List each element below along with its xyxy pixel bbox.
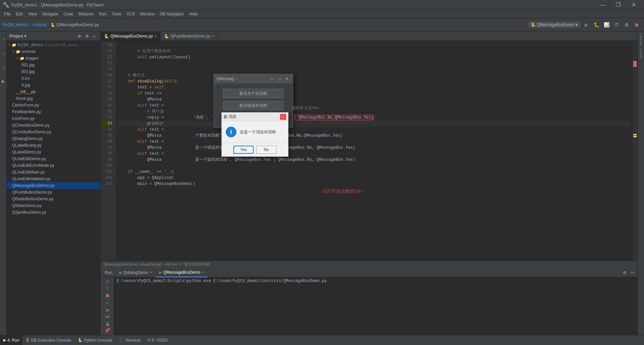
run-print-button[interactable]: 🖨 xyxy=(103,321,112,327)
list-item[interactable]: QRadioButtonDemo.py xyxy=(7,196,100,202)
menu-window[interactable]: Window xyxy=(138,11,157,17)
project-panel-buttons: ⊕ ⚙ — xyxy=(76,33,98,40)
tab-close-qpushbuttondemo[interactable]: ✕ xyxy=(212,34,214,38)
list-item[interactable]: QLineEditValidator.py xyxy=(7,176,100,182)
menu-edit[interactable]: Edit xyxy=(13,11,25,17)
list-item[interactable]: IconForm.py xyxy=(7,115,100,122)
menu-help[interactable]: Help xyxy=(186,11,200,17)
run-scroll-down-button[interactable]: ↓ xyxy=(103,299,112,305)
sidebar-project-icon[interactable]: P xyxy=(0,33,6,46)
list-item[interactable]: QLabelDemo.py xyxy=(7,149,100,155)
minimize-button[interactable]: — xyxy=(595,0,610,10)
code-line-88: if text == xyxy=(118,90,630,96)
run-stop-button[interactable]: ⏹ xyxy=(103,292,112,298)
bottom-tab-db-console[interactable]: 🗄 DB Execution Console xyxy=(22,335,74,345)
breadcrumb-project[interactable]: PyQt5_demo1 xyxy=(3,22,29,27)
list-item[interactable]: CenterForm.py xyxy=(7,102,100,109)
list-item[interactable]: horse.jpg xyxy=(7,95,100,102)
main-area: P S D 🔍 Project ▾ ⊕ ⚙ — ▼ 📁 PyQt5_demo1 … xyxy=(0,31,644,335)
run-tab-icon-1: ▶ xyxy=(119,270,122,275)
menu-view[interactable]: View xyxy=(25,11,40,17)
run-panel-tabs: Run: ▶ QdialogDemo ✕ ▶ QMessageBoxDemo ✕… xyxy=(101,268,637,277)
tab-close-qmessageboxdemo[interactable]: ✕ xyxy=(154,34,157,38)
list-item[interactable]: QPushButtonDemo.py xyxy=(7,189,100,196)
run-config-selector[interactable]: 🐍 QMessageBoxDemo ▾ xyxy=(528,22,580,28)
menu-refactor[interactable]: Refactor xyxy=(76,11,96,17)
code-line-82: self.setLayout(layout) xyxy=(118,54,630,60)
tree-images-folder[interactable]: ▼ 📁 images xyxy=(7,55,100,62)
code-line-92: reply = '消息', '这是一个消息对话框',QMessageBox.Ye… xyxy=(118,115,630,121)
run-scroll-up-button[interactable]: ↑ xyxy=(103,285,112,291)
run-with-coverage-button[interactable]: 📊 xyxy=(602,20,611,29)
list-item[interactable]: 3.ico xyxy=(7,75,100,82)
run-tab-close-2[interactable]: ✕ xyxy=(202,270,204,274)
menu-code[interactable]: Code xyxy=(61,11,76,17)
run-button[interactable]: ▶ xyxy=(582,20,591,29)
tab-qmessageboxdemo[interactable]: 🐍 QMessageBoxDemo.py ✕ xyxy=(101,32,161,41)
list-item[interactable]: 001.jpg xyxy=(7,62,100,68)
right-tool-sciview[interactable]: SciView xyxy=(638,47,644,60)
project-locate-button[interactable]: ⊕ xyxy=(76,33,83,40)
tree-root[interactable]: ▼ 📁 PyQt5_demo1 E:\code\PyQt5_demo1 xyxy=(7,42,100,48)
run-rerun-button[interactable]: ↺ xyxy=(103,279,112,285)
right-tool-database[interactable]: Database xyxy=(638,33,644,46)
list-item[interactable]: QComboBoxDemo.py xyxy=(7,129,100,135)
bottom-tab-todo[interactable]: ☑ 6: TODO xyxy=(144,335,171,345)
list-item[interactable]: __init__.py xyxy=(7,88,100,95)
menu-navigate[interactable]: Navigate xyxy=(40,11,61,17)
run-wrap-button[interactable]: ⏎ xyxy=(103,314,112,320)
right-gutter xyxy=(633,41,637,261)
project-settings-button[interactable]: ⚙ xyxy=(84,33,90,40)
code-line-95: QMessa个警告对话框',QMessageBox.Yes | QMessage… xyxy=(118,133,630,139)
list-item[interactable]: QLabelBuddy.py xyxy=(7,142,100,149)
tab-label: QMessageBoxDemo.py xyxy=(110,34,153,39)
concurrency-button[interactable]: ⚙ xyxy=(622,20,631,29)
menu-tools[interactable]: Tools xyxy=(109,11,124,17)
maximize-button[interactable]: ❐ xyxy=(610,0,626,10)
run-tab-qmessageboxdemo[interactable]: ▶ QMessageBoxDemo ✕ xyxy=(156,268,208,277)
sidebar-search-icon[interactable]: 🔍 xyxy=(0,75,6,88)
code-line-100 xyxy=(118,163,630,169)
menu-db-navigator[interactable]: DB Navigator xyxy=(157,11,186,17)
sidebar-db-browser-icon[interactable]: D xyxy=(0,61,6,74)
menu-vcs[interactable]: VCS xyxy=(124,11,138,17)
debug-button[interactable]: 🐛 xyxy=(592,20,601,29)
run-tab-close-1[interactable]: ✕ xyxy=(150,271,152,274)
tree-controls-folder[interactable]: ▼ 📁 controls xyxy=(7,48,100,55)
profile-button[interactable]: ⏱ xyxy=(612,20,621,29)
gutter-warning-marker xyxy=(633,134,637,135)
menu-run[interactable]: Run xyxy=(96,11,109,17)
code-content[interactable]: # 应用于垂直布局 self.setLayout(layout) # 槽方法 d… xyxy=(115,41,633,261)
project-collapse-button[interactable]: — xyxy=(91,33,98,40)
list-item[interactable]: QSliderDemo.py xyxy=(7,202,100,209)
list-item[interactable]: QLineEditEchoMode.py xyxy=(7,162,100,169)
list-item[interactable]: QDialogDemo.py xyxy=(7,135,100,142)
list-item[interactable]: FirstMainWin.py xyxy=(7,109,100,115)
tree-qmessageboxdemo[interactable]: QMessageBoxDemo.py xyxy=(7,182,100,189)
run-tab-qdialogdemo[interactable]: ▶ QdialogDemo ✕ xyxy=(116,268,155,277)
stop-button[interactable]: ⏹ xyxy=(632,20,641,29)
list-item[interactable]: QCheckBoxDemo.py xyxy=(7,122,100,129)
python-console-icon: 🐍 xyxy=(78,338,83,342)
code-line-91: # 两个选 xyxy=(118,109,630,115)
menu-file[interactable]: File xyxy=(1,11,13,17)
tab-qpushbuttondemo[interactable]: 🐍 QPushButtonDemo.py ✕ xyxy=(161,32,218,41)
run-filter-button[interactable]: ≡ xyxy=(103,307,112,313)
run-pin-button[interactable]: 📌 xyxy=(103,328,112,334)
bottom-bar: ▶ 4: Run 🗄 DB Execution Console 🐍 Python… xyxy=(0,335,644,345)
left-sidebar: P S D 🔍 xyxy=(0,31,7,335)
bottom-tab-terminal[interactable]: ⬛ Terminal xyxy=(116,335,144,345)
run-settings-button[interactable]: ⚙ xyxy=(621,269,628,276)
list-item[interactable]: QLineEditDemo.py xyxy=(7,155,100,162)
list-item[interactable]: QLineEditMask.py xyxy=(7,169,100,176)
breadcrumb-controls[interactable]: controls xyxy=(33,22,47,27)
run-collapse-button[interactable]: — xyxy=(629,269,636,276)
bottom-tab-python-console[interactable]: 🐍 Python Console xyxy=(74,335,116,345)
list-item[interactable]: QSpinBoxDemo.py xyxy=(7,209,100,216)
code-line-85: # 槽方法 xyxy=(118,72,630,78)
close-button[interactable]: ✕ xyxy=(626,0,641,10)
bottom-tab-run[interactable]: ▶ 4: Run xyxy=(0,335,22,345)
sidebar-structure-icon[interactable]: S xyxy=(0,47,6,60)
list-item[interactable]: 4.jpg xyxy=(7,82,100,88)
list-item[interactable]: 002.jpg xyxy=(7,68,100,75)
